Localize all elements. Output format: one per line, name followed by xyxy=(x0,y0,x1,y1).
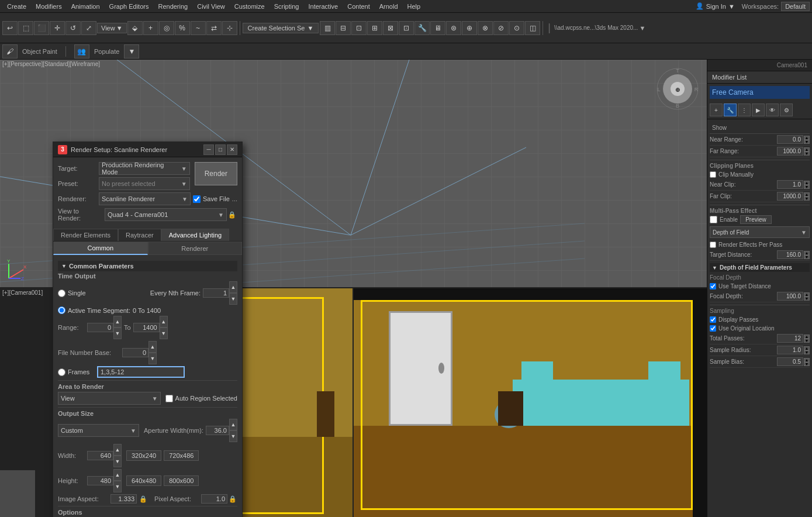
aspect-lock-icon[interactable]: 🔒 xyxy=(139,495,147,503)
aperture-up[interactable]: ▲ xyxy=(229,419,237,430)
height-down[interactable]: ▼ xyxy=(113,481,122,492)
tool-display[interactable]: 👁 xyxy=(766,104,779,116)
dialog-close-btn[interactable]: ✕ xyxy=(227,144,237,155)
dof-dropdown[interactable]: Depth of Field ▼ xyxy=(710,226,810,238)
tool-utilities[interactable]: ⚙ xyxy=(780,104,793,116)
render-tool-btn2[interactable]: ⊟ xyxy=(336,21,351,35)
auto-region-checkbox[interactable] xyxy=(165,395,173,402)
populate-btn[interactable]: 👥 xyxy=(74,44,89,58)
range-from-up[interactable]: ▲ xyxy=(113,316,122,328)
workspaces-value[interactable]: Default xyxy=(781,2,810,11)
select-btn[interactable]: ⬚ xyxy=(18,21,33,35)
every-nth-up[interactable]: ▲ xyxy=(229,281,237,293)
menu-animation[interactable]: Animation xyxy=(67,2,105,11)
region-select-btn[interactable]: ⬛ xyxy=(34,21,49,35)
range-to-down[interactable]: ▼ xyxy=(160,328,168,339)
display-passes-checkbox[interactable] xyxy=(710,316,716,323)
tool-hierarchy[interactable]: ⋮ xyxy=(738,104,751,116)
every-nth-down[interactable]: ▼ xyxy=(229,293,237,305)
render-tool-btn1[interactable]: ▥ xyxy=(320,21,335,35)
frames-input[interactable]: 1,3,5-12 xyxy=(97,366,185,378)
file-number-up[interactable]: ▲ xyxy=(148,341,157,353)
save-file-checkbox[interactable] xyxy=(193,195,201,203)
render-tool-btn11[interactable]: ⊗ xyxy=(478,21,493,35)
tab-common[interactable]: Common xyxy=(53,242,148,255)
menu-rendering[interactable]: Rendering xyxy=(153,2,192,11)
active-segment-radio[interactable] xyxy=(58,306,65,314)
far-range-up[interactable]: ▲ xyxy=(804,147,810,151)
preset-640x480[interactable]: 640x480 xyxy=(126,475,161,486)
lock-icon[interactable]: 🔒 xyxy=(227,209,237,220)
renderer-options-icon[interactable]: ... xyxy=(232,195,237,202)
render-effects-checkbox[interactable] xyxy=(710,242,716,248)
menu-civil-view[interactable]: Civil View xyxy=(192,2,229,11)
tab-render-elements[interactable]: Render Elements xyxy=(53,229,118,241)
populate-extra-btn[interactable]: ▼ xyxy=(124,44,139,58)
dof-params-section[interactable]: ▼ Depth of Field Parameters xyxy=(710,263,810,272)
preview-button[interactable]: Preview xyxy=(740,215,772,224)
tool-create[interactable]: + xyxy=(710,104,723,116)
use-target-dist-checkbox[interactable] xyxy=(710,283,716,289)
target-dropdown[interactable]: Production Rendering Mode ▼ xyxy=(99,162,190,175)
object-paint-btn[interactable]: 🖌 xyxy=(2,44,18,58)
renderer-dropdown[interactable]: Scanline Renderer ▼ xyxy=(99,192,191,205)
menu-arnold[interactable]: Arnold xyxy=(375,2,403,11)
tab-raytracer[interactable]: Raytracer xyxy=(118,229,161,241)
tool-modify[interactable]: 🔧 xyxy=(724,104,737,116)
common-params-section[interactable]: ▼ Common Parameters xyxy=(58,261,237,271)
percent-btn[interactable]: % xyxy=(175,21,190,35)
select2-btn[interactable]: ⊹ xyxy=(222,21,237,35)
width-down[interactable]: ▼ xyxy=(113,456,122,467)
near-clip-down[interactable]: ▼ xyxy=(804,185,810,189)
render-tool-btn5[interactable]: ⊠ xyxy=(383,21,398,35)
width-up[interactable]: ▲ xyxy=(113,444,122,456)
preset-800x600[interactable]: 800x600 xyxy=(164,475,199,486)
tool-motion[interactable]: ▶ xyxy=(752,104,765,116)
tab-advanced-lighting[interactable]: Advanced Lighting xyxy=(161,229,230,241)
near-range-down[interactable]: ▼ xyxy=(804,140,810,144)
menu-interactive[interactable]: Interactive xyxy=(303,2,343,11)
total-passes-down[interactable]: ▼ xyxy=(804,339,810,343)
menu-modifiers[interactable]: Modifiers xyxy=(31,2,67,11)
pixel-aspect-lock-icon[interactable]: 🔒 xyxy=(229,495,237,503)
focal-depth-up[interactable]: ▲ xyxy=(804,292,810,297)
frames-radio[interactable] xyxy=(58,368,65,376)
menu-graph-editors[interactable]: Graph Editors xyxy=(105,2,154,11)
total-passes-up[interactable]: ▲ xyxy=(804,335,810,339)
view-dropdown[interactable]: View ▼ xyxy=(97,23,127,33)
free-camera-item[interactable]: Free Camera xyxy=(710,86,810,99)
preset-dropdown[interactable]: No preset selected ▼ xyxy=(99,177,190,190)
tab-renderer[interactable]: Renderer xyxy=(148,242,243,255)
enable-checkbox[interactable] xyxy=(710,216,717,223)
height-up[interactable]: ▲ xyxy=(113,469,122,481)
range-to-up[interactable]: ▲ xyxy=(160,316,168,328)
clip-manually-checkbox[interactable] xyxy=(710,171,716,178)
view-to-render-dropdown[interactable]: Quad 4 - Camera001 ▼ xyxy=(105,208,227,221)
render-button[interactable]: Render xyxy=(195,162,237,185)
far-clip-up[interactable]: ▲ xyxy=(804,192,810,197)
snap-btn[interactable]: ⬙ xyxy=(127,21,143,35)
menu-customize[interactable]: Customize xyxy=(230,2,269,11)
sample-radius-down[interactable]: ▼ xyxy=(804,350,810,354)
render-tool-btn9[interactable]: ⊛ xyxy=(446,21,461,35)
rotate-btn[interactable]: ↺ xyxy=(65,21,81,35)
undo-btn[interactable]: ↩ xyxy=(2,21,18,35)
target-dist-up[interactable]: ▲ xyxy=(804,251,810,255)
focal-depth-down[interactable]: ▼ xyxy=(804,297,810,301)
render-tool-btn12[interactable]: ⊘ xyxy=(493,21,509,35)
sample-bias-down[interactable]: ▼ xyxy=(804,362,810,366)
menu-create[interactable]: Create xyxy=(2,2,31,11)
tilde-btn[interactable]: ~ xyxy=(191,21,206,35)
render-tool-btn6[interactable]: ⊡ xyxy=(399,21,414,35)
near-range-up[interactable]: ▲ xyxy=(804,136,810,140)
render-tool-btn7[interactable]: 🔧 xyxy=(414,21,430,35)
sample-bias-up[interactable]: ▲ xyxy=(804,358,810,362)
target-dist-down[interactable]: ▼ xyxy=(804,255,810,259)
render-tool-btn14[interactable]: ◫ xyxy=(525,21,540,35)
single-radio[interactable] xyxy=(58,289,65,297)
render-tool-btn13[interactable]: ⊙ xyxy=(509,21,524,35)
file-number-down[interactable]: ▼ xyxy=(148,353,157,364)
create-selection-btn[interactable]: Create Selection Se ▼ xyxy=(243,23,319,33)
render-tool-btn8[interactable]: 🖥 xyxy=(430,21,445,35)
sign-in-area[interactable]: 👤 Sign In ▼ xyxy=(691,2,740,10)
